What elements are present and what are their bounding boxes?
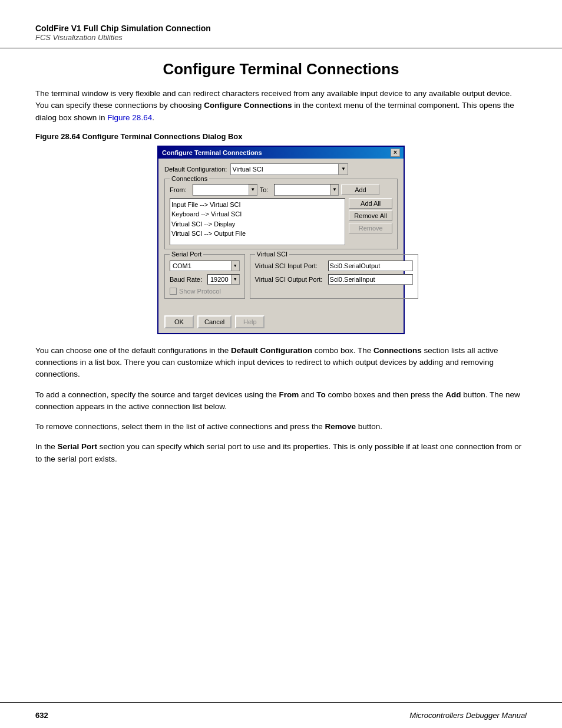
from-combo[interactable]: ▼ bbox=[193, 184, 257, 196]
to-combo-arrow[interactable]: ▼ bbox=[330, 185, 338, 195]
vci-input-field[interactable] bbox=[328, 261, 413, 271]
default-config-label: Default Configuration: bbox=[164, 166, 227, 173]
remove-button[interactable]: Remove bbox=[349, 223, 392, 233]
virtual-sci-groupbox: Virtual SCI Virtual SCI Input Port: Virt… bbox=[250, 254, 418, 299]
figure-caption: Figure 28.64 Configure Terminal Connecti… bbox=[35, 132, 527, 141]
baud-combo-arrow[interactable]: ▼ bbox=[231, 275, 239, 284]
body-para-4: In the Serial Port section you can speci… bbox=[35, 441, 527, 465]
connections-buttons: Add All Remove All Remove bbox=[349, 198, 392, 245]
com-combo-arrow[interactable]: ▼ bbox=[231, 261, 239, 271]
remove-all-button[interactable]: Remove All bbox=[349, 210, 392, 221]
add-button[interactable]: Add bbox=[341, 185, 379, 195]
body-para-1: You can choose one of the default config… bbox=[35, 345, 527, 381]
intro-paragraph: The terminal window is very flexible and… bbox=[35, 88, 527, 124]
baud-row: Baud Rate: 19200 ▼ bbox=[170, 274, 240, 285]
from-label: From: bbox=[170, 186, 187, 193]
list-item[interactable]: Virtual SCI --> Display bbox=[171, 219, 343, 229]
com-combo[interactable]: COM1 ▼ bbox=[170, 261, 240, 271]
show-protocol-checkbox[interactable] bbox=[170, 288, 177, 295]
page-footer: 632 Microcontrollers Debugger Manual bbox=[0, 702, 562, 728]
vci-input-row: Virtual SCI Input Port: bbox=[255, 261, 413, 271]
default-config-combo[interactable]: Virtual SCI ▼ bbox=[230, 163, 348, 175]
page-number: 632 bbox=[35, 711, 48, 720]
default-config-row: Default Configuration: Virtual SCI ▼ bbox=[164, 163, 398, 175]
connections-groupbox: Connections From: ▼ To: ▼ bbox=[164, 179, 398, 249]
default-config-value: Virtual SCI bbox=[232, 166, 346, 173]
section-title: Configure Terminal Connections bbox=[35, 60, 527, 78]
connections-area: Input File --> Virtual SCI Keyboard --> … bbox=[170, 198, 392, 245]
baud-combo[interactable]: 19200 ▼ bbox=[207, 274, 240, 285]
help-button[interactable]: Help bbox=[235, 315, 265, 328]
header-title: ColdFire V1 Full Chip Simulation Connect… bbox=[35, 24, 527, 33]
from-combo-arrow[interactable]: ▼ bbox=[249, 185, 257, 195]
vci-output-label: Virtual SCI Output Port: bbox=[255, 276, 326, 283]
connections-listbox[interactable]: Input File --> Virtual SCI Keyboard --> … bbox=[170, 198, 345, 245]
figure-link[interactable]: Figure 28.64 bbox=[107, 113, 152, 122]
show-protocol-row: Show Protocol bbox=[170, 288, 240, 295]
serial-port-groupbox: Serial Port COM1 ▼ Baud Rate: bbox=[164, 254, 245, 299]
dialog-box: Configure Terminal Connections × Default… bbox=[157, 146, 405, 334]
list-item[interactable]: Keyboard --> Virtual SCI bbox=[171, 209, 343, 219]
bottom-sections: Serial Port COM1 ▼ Baud Rate: bbox=[164, 254, 398, 304]
baud-label: Baud Rate: bbox=[170, 276, 205, 283]
ok-button[interactable]: OK bbox=[164, 315, 194, 328]
body-para-2: To add a connection, specify the source … bbox=[35, 389, 527, 413]
manual-title: Microcontrollers Debugger Manual bbox=[409, 711, 527, 720]
to-combo[interactable]: ▼ bbox=[274, 184, 339, 196]
vci-input-label: Virtual SCI Input Port: bbox=[255, 262, 326, 269]
dialog-title: Configure Terminal Connections bbox=[162, 149, 262, 156]
virtual-sci-legend: Virtual SCI bbox=[255, 251, 289, 258]
vci-output-row: Virtual SCI Output Port: bbox=[255, 274, 413, 285]
cancel-button[interactable]: Cancel bbox=[197, 315, 232, 328]
com-value: COM1 bbox=[171, 262, 201, 269]
vci-output-field[interactable] bbox=[328, 274, 413, 285]
dialog-footer: OK Cancel Help bbox=[158, 313, 404, 333]
serial-port-legend: Serial Port bbox=[170, 251, 203, 258]
from-to-row: From: ▼ To: ▼ Add bbox=[170, 184, 392, 196]
show-protocol-label: Show Protocol bbox=[179, 288, 221, 295]
body-para-3: To remove connections, select them in th… bbox=[35, 421, 527, 433]
header-subtitle: FCS Visualization Utilities bbox=[35, 33, 527, 42]
to-label: To: bbox=[260, 186, 269, 193]
default-config-dropdown-arrow[interactable]: ▼ bbox=[338, 164, 348, 174]
connections-legend: Connections bbox=[170, 175, 209, 182]
list-item[interactable]: Virtual SCI --> Output File bbox=[171, 229, 343, 239]
com-row: COM1 ▼ bbox=[170, 261, 240, 271]
dialog-titlebar: Configure Terminal Connections × bbox=[158, 147, 404, 159]
dialog-close-button[interactable]: × bbox=[391, 149, 400, 157]
list-item[interactable]: Input File --> Virtual SCI bbox=[171, 200, 343, 210]
add-all-button[interactable]: Add All bbox=[349, 198, 392, 209]
